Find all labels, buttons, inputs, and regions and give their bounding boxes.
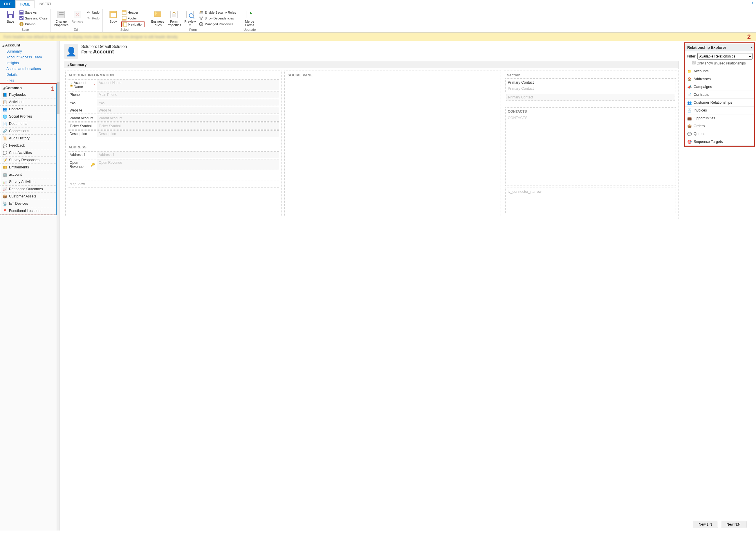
tab-file[interactable]: FILE <box>0 0 15 8</box>
primary-contact-section[interactable]: Primary Contact Primary Contact <box>505 78 676 92</box>
field-address1[interactable]: Address 1Address 1 <box>68 151 279 158</box>
relationship-item[interactable]: 📣Campaigns <box>685 83 754 91</box>
undo-button[interactable]: ↶Undo <box>86 10 100 15</box>
nav-item[interactable]: 📘Playbooks <box>0 91 56 98</box>
nav-link-details[interactable]: Details <box>0 72 57 77</box>
nav-header-account[interactable]: Account <box>0 41 57 48</box>
nav-item[interactable]: 📄Documents <box>0 120 56 127</box>
svg-rect-14 <box>122 10 126 12</box>
nav-item-label: Response Outcomes <box>9 187 43 191</box>
iv-connector-section[interactable]: iv_connector_narrow <box>505 187 676 213</box>
managed-properties-button[interactable]: Managed Properties <box>198 21 237 27</box>
field-website[interactable]: WebsiteWebsite <box>68 107 279 114</box>
scrollbar-thumb[interactable] <box>57 82 59 114</box>
show-dependencies-button[interactable]: Show Dependencies <box>198 16 237 21</box>
nav-item[interactable]: 🎫Entitlements <box>0 164 56 171</box>
nav-item-icon: 📊 <box>3 179 7 184</box>
left-scrollbar[interactable] <box>57 41 60 531</box>
nav-item-label: account <box>9 172 22 176</box>
nav-item[interactable]: 🏢account <box>0 171 56 178</box>
business-rules-button[interactable]: Business Rules <box>149 10 166 27</box>
save-close-icon <box>19 16 24 21</box>
relationship-explorer-header[interactable]: Relationship Explorer › <box>685 44 754 51</box>
nav-item[interactable]: 💭Chat Activities <box>0 149 56 156</box>
navigation-button[interactable]: Navigation <box>121 21 145 27</box>
nav-item-icon: 🔗 <box>3 129 7 133</box>
nav-item[interactable]: 📍Functional Locations <box>0 207 56 214</box>
col-account-info[interactable]: ACCOUNT INFORMATION 🔒Account Name* Accou… <box>65 71 282 216</box>
svg-rect-26 <box>199 12 203 14</box>
new-1n-button[interactable]: New 1:N <box>693 521 718 528</box>
publish-button[interactable]: Publish <box>19 21 48 27</box>
relationship-item[interactable]: 📄Contracts <box>685 91 754 99</box>
nav-item[interactable]: 📦Customer Assets <box>0 193 56 200</box>
relationship-item[interactable]: 🎯Sequence Targets <box>685 138 754 146</box>
change-properties-button[interactable]: Change Properties <box>53 10 69 27</box>
redo-button[interactable]: ↷Redo <box>86 16 100 21</box>
header-button[interactable]: Header <box>121 10 145 15</box>
nav-item[interactable]: 📡IoT Devices <box>0 200 56 207</box>
nav-link-insights[interactable]: Insights <box>0 60 57 66</box>
field-ticker[interactable]: Ticker SymbolTicker Symbol <box>68 122 279 129</box>
relationship-item-label: Opportunities <box>694 116 715 120</box>
nav-item[interactable]: 📝Survey Responses <box>0 156 56 164</box>
nav-link-access-team[interactable]: Account Access Team <box>0 54 57 60</box>
relationship-item-icon: 🧾 <box>687 108 692 113</box>
field-open-revenue[interactable]: Open Revenue🔑Open Revenue <box>68 159 279 170</box>
relationship-item[interactable]: 📦Orders <box>685 122 754 130</box>
field-map-view[interactable]: Map View <box>68 181 279 187</box>
relationship-item[interactable]: 🏠Addresses <box>685 75 754 83</box>
nav-link-summary[interactable]: Summary <box>0 48 57 54</box>
field-fax[interactable]: FaxFax <box>68 99 279 106</box>
nav-item[interactable]: 📈Response Outcomes <box>0 185 56 193</box>
svg-rect-4 <box>20 11 23 12</box>
relationship-item[interactable]: 👥Customer Relationships <box>685 99 754 107</box>
field-primary-contact-2[interactable]: Primary Contact <box>506 94 675 101</box>
nav-link-assets[interactable]: Assets and Locations <box>0 66 57 72</box>
svg-rect-21 <box>172 14 176 17</box>
relationship-item[interactable]: 🧾Invoices <box>685 107 754 114</box>
nav-item[interactable]: 📋Activities <box>0 98 56 106</box>
nav-item-label: Customer Assets <box>9 194 36 198</box>
field-parent-account[interactable]: Parent AccountParent Account <box>68 115 279 122</box>
relationship-item[interactable]: 💼Opportunities <box>685 114 754 122</box>
enable-security-roles-button[interactable]: Enable Security Roles <box>198 10 237 15</box>
help-icon[interactable]: ? <box>750 1 753 6</box>
tab-home[interactable]: HOME <box>15 0 35 8</box>
nav-item[interactable]: 📊Survey Activities <box>0 178 56 185</box>
col-social-pane[interactable]: SOCIAL PANE <box>284 71 501 216</box>
nav-item[interactable]: 💬Feedback <box>0 142 56 149</box>
field-description[interactable]: DescriptionDescription <box>68 130 279 137</box>
form-properties-button[interactable]: Form Properties <box>166 10 182 27</box>
nav-item[interactable]: 🌐Social Profiles <box>0 113 56 120</box>
svg-rect-19 <box>154 12 161 17</box>
col-section[interactable]: Section Primary Contact Primary Contact … <box>504 71 677 216</box>
field-phone[interactable]: PhoneMain Phone <box>68 91 279 98</box>
save-close-button[interactable]: Save and Close <box>19 16 48 21</box>
preview-button[interactable]: Preview▾ <box>182 10 198 27</box>
nav-item[interactable]: 👥Contacts <box>0 106 56 113</box>
field-account-name[interactable]: 🔒Account Name* Account Name <box>68 79 279 90</box>
nav-header-common[interactable]: Common <box>0 84 56 91</box>
contacts-section[interactable]: CONTACTS CONTACTS <box>505 107 676 186</box>
filter-select[interactable]: Available Relationships <box>697 53 753 59</box>
body-button[interactable]: Body <box>105 10 121 23</box>
nav-link-files[interactable]: Files <box>0 77 57 83</box>
tab-insert[interactable]: INSERT <box>35 0 55 8</box>
new-nn-button[interactable]: New N:N <box>721 521 746 528</box>
relationship-item[interactable]: 📁Accounts <box>685 67 754 75</box>
remove-button[interactable]: Remove <box>69 10 86 23</box>
relationship-item[interactable]: 💬Quotes <box>685 130 754 138</box>
save-button[interactable]: Save <box>2 10 19 23</box>
nav-item[interactable]: 🔗Connections <box>0 127 56 135</box>
merge-forms-button[interactable]: Merge Forms <box>241 10 258 27</box>
relationship-item-label: Quotes <box>694 132 705 136</box>
nav-item-icon: 📋 <box>3 100 7 104</box>
save-as-button[interactable]: Save As <box>19 10 48 15</box>
only-unused-checkbox[interactable] <box>692 61 696 64</box>
undo-icon: ↶ <box>86 10 91 15</box>
nav-item[interactable]: 📜Audit History <box>0 135 56 142</box>
summary-section-header[interactable]: Summary <box>64 61 679 68</box>
preview-icon <box>185 10 195 19</box>
footer-button[interactable]: Footer <box>121 16 145 21</box>
